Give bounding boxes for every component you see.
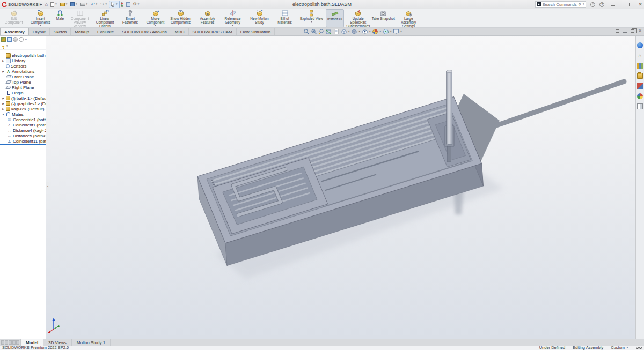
tree-row-top-plane[interactable]: ▶Top Plane — [0, 79, 46, 85]
rollback-bar[interactable] — [0, 144, 46, 145]
status-unit-selector[interactable]: Custom ▼ — [611, 346, 628, 350]
home-button[interactable]: ⌂ — [44, 1, 49, 8]
tab-scroll-buttons[interactable] — [0, 339, 20, 346]
expand-arrow-icon[interactable]: ▶ — [2, 102, 5, 105]
doc-menu-icon[interactable] — [616, 29, 619, 33]
ribbon-move-component[interactable]: Move Component ▼ — [143, 9, 168, 27]
panel-tabs-overflow-icon[interactable]: » — [25, 38, 27, 41]
tree-row-mates[interactable]: ▼Mates — [0, 111, 46, 117]
zoom-to-fit-icon[interactable] — [303, 28, 310, 35]
select-button[interactable]: ▼ — [109, 1, 119, 8]
tab-model[interactable]: Model — [20, 339, 43, 346]
tree-row-distance5[interactable]: Distance5 (bath<1>, — [0, 133, 46, 138]
search-commands-box[interactable]: ⚲ ▼ — [535, 1, 586, 8]
tree-row-root[interactable]: ▶electropolish bath (Default) < — [0, 53, 46, 58]
expand-arrow-icon[interactable]: ▶ — [2, 70, 5, 73]
ribbon-large-assembly-settings[interactable]: Large Assembly Settings — [396, 9, 421, 27]
hide-show-items-icon[interactable]: ▼ — [362, 28, 371, 35]
undo-button[interactable]: ↶▼ — [90, 1, 99, 8]
ribbon-exploded-view[interactable]: Exploded View ▼ — [299, 9, 324, 27]
maximize-button[interactable] — [620, 3, 624, 6]
dynamic-annotation-views-icon[interactable] — [333, 28, 340, 35]
dropdown-caret-icon[interactable]: ▼ — [231, 25, 233, 27]
ribbon-bill-of-materials[interactable]: Bill of Materials — [272, 9, 297, 27]
ribbon-linear-component-pattern[interactable]: Linear Component Pattern ▼ — [92, 9, 118, 27]
tree-row-annotations[interactable]: ▶Annotations — [0, 69, 46, 74]
solidworks-logo[interactable]: SOLIDWORKS ▶ — [2, 2, 42, 7]
search-icon[interactable]: ⚲ — [579, 3, 581, 6]
tags-glasses-icon[interactable] — [636, 347, 642, 349]
display-style-icon[interactable]: ▼ — [351, 28, 360, 35]
expand-arrow-icon[interactable]: ▶ — [2, 108, 5, 110]
unit-caret-icon[interactable]: ▼ — [626, 347, 628, 349]
panel-splitter-handle[interactable]: ◂ — [46, 182, 49, 190]
save-button[interactable]: ▼ — [69, 1, 78, 8]
redo-button[interactable]: ↷▼ — [99, 1, 108, 8]
configuration-manager-tab-icon[interactable] — [13, 37, 18, 42]
minimize-button[interactable] — [611, 5, 615, 6]
custom-properties-icon[interactable] — [637, 103, 643, 109]
options-button[interactable]: ⚙▼ — [132, 1, 141, 8]
ribbon-take-snapshot[interactable]: Take Snapshot — [371, 9, 396, 27]
tab-assembly[interactable]: Assembly — [0, 28, 29, 35]
tab-evaluate[interactable]: Evaluate — [93, 28, 118, 35]
ribbon-instant3d[interactable]: Instant3D — [326, 9, 344, 27]
filter-caret-icon[interactable]: ▼ — [6, 45, 8, 48]
zoom-to-area-icon[interactable] — [311, 28, 317, 35]
view-palette-icon[interactable] — [637, 83, 643, 89]
ribbon-insert-components[interactable]: Insert Components ▼ — [28, 9, 53, 27]
tab-layout[interactable]: Layout — [29, 28, 50, 35]
previous-view-icon[interactable] — [318, 28, 325, 35]
open-button[interactable]: ▼ — [59, 1, 69, 8]
ribbon-update-speedpak[interactable]: Update SpeedPak Subassemblies — [346, 9, 371, 27]
close-button[interactable]: ✕ — [638, 2, 642, 7]
solidworks-resources-icon[interactable]: ⌂ — [637, 53, 643, 58]
ribbon-reference-geometry[interactable]: Reference Geometry ▼ — [220, 9, 245, 27]
graphics-viewport[interactable] — [46, 36, 635, 339]
vertical-rod[interactable] — [447, 71, 452, 144]
ribbon-collapse-icon[interactable]: ˆ — [641, 23, 642, 27]
tab-3d-views[interactable]: 3D Views — [43, 339, 72, 346]
tree-row-distance4[interactable]: Distance4 (kagi<2>, — [0, 128, 46, 133]
section-view-icon[interactable] — [326, 28, 332, 35]
tab-solidworks-cam[interactable]: SOLIDWORKS CAM — [189, 28, 237, 35]
filter-funnel-icon[interactable] — [2, 46, 5, 48]
ribbon-smart-fasteners[interactable]: Smart Fasteners — [118, 9, 143, 27]
3dexperience-icon[interactable] — [637, 42, 643, 48]
tree-row-origin[interactable]: ▶Origin — [0, 90, 46, 95]
tab-motion-study-1[interactable]: Motion Study 1 — [72, 339, 111, 346]
property-manager-tab-icon[interactable] — [7, 37, 12, 42]
tree-row-coincident1[interactable]: Coincident1 (bath<1 — [0, 122, 46, 128]
search-dropdown-icon[interactable]: ▼ — [582, 3, 584, 6]
tab-solidworks-add-ins[interactable]: SOLIDWORKS Add-Ins — [118, 28, 171, 35]
dropdown-caret-icon[interactable]: ▼ — [39, 25, 41, 27]
dropdown-caret-icon[interactable]: ▼ — [310, 21, 312, 24]
apply-scene-icon[interactable]: ▼ — [383, 28, 392, 35]
file-explorer-icon[interactable] — [637, 73, 643, 79]
ribbon-assembly-features[interactable]: Assembly Features — [195, 9, 220, 27]
tab-mbd[interactable]: MBD — [171, 28, 189, 35]
tree-row-bath[interactable]: ▶(f) bath<1> (Default) << — [0, 95, 46, 101]
tree-row-right-plane[interactable]: ▶Right Plane — [0, 85, 46, 90]
tab-markup[interactable]: Markup — [71, 28, 93, 35]
tree-row-front-plane[interactable]: ▶Front Plane — [0, 74, 46, 79]
tree-row-graphite[interactable]: ▶(-) graphite<1> (Default) — [0, 101, 46, 106]
doc-close-button[interactable]: ✕ — [638, 29, 642, 33]
login-icon[interactable]: ☺ — [590, 2, 595, 7]
doc-restore-button[interactable] — [631, 29, 634, 33]
tab-sketch[interactable]: Sketch — [50, 28, 71, 35]
design-library-icon[interactable] — [637, 63, 643, 69]
collapse-arrow-icon[interactable]: ▼ — [2, 113, 5, 116]
view-orientation-icon[interactable]: ▼ — [341, 28, 350, 35]
ribbon-show-hidden-components[interactable]: Show Hidden Components — [168, 9, 193, 27]
rebuild-button[interactable] — [120, 1, 125, 8]
dropdown-caret-icon[interactable]: ▼ — [154, 25, 156, 27]
help-icon[interactable]: ? — [599, 2, 604, 7]
new-document-button[interactable]: ▼ — [49, 1, 58, 8]
tree-row-sensors[interactable]: ▶Sensors — [0, 63, 46, 69]
appearances-scenes-icon[interactable] — [637, 93, 643, 99]
doc-minimize-button[interactable] — [623, 32, 627, 33]
file-properties-button[interactable] — [125, 1, 131, 8]
expand-arrow-icon[interactable]: ▶ — [2, 59, 5, 62]
tree-row-kagi[interactable]: ▶kagi<2> (Default) <<Def — [0, 106, 46, 111]
